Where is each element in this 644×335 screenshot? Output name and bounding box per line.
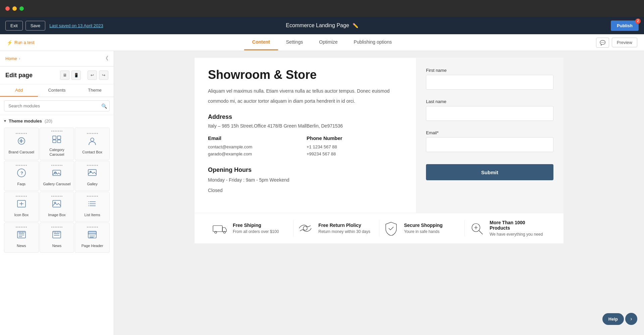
sub-toolbar: ⚡ Run a test Content Settings Optimize P… — [0, 34, 644, 51]
page-description-1: Aliquam vel maximus nulla. Etiam viverra… — [208, 87, 402, 95]
products-icon — [468, 220, 485, 237]
module-news-1[interactable]: NEWS News — [4, 223, 39, 253]
module-brand-carousel[interactable]: B Brand Carousel — [4, 128, 39, 160]
breadcrumb-arrow: › — [19, 57, 20, 60]
help-button[interactable]: Help — [602, 313, 624, 325]
module-label-brand-carousel: Brand Carousel — [9, 150, 34, 154]
module-icon-category-carousel — [50, 132, 63, 145]
svg-rect-3 — [57, 136, 61, 139]
email-value-2: garado@example.com — [208, 151, 304, 156]
svg-rect-4 — [53, 140, 56, 143]
modules-header[interactable]: ▾ Theme modules (20) — [4, 118, 110, 124]
module-label-galley: Galley — [87, 182, 98, 186]
search-icon-button[interactable]: 🔍 — [101, 103, 107, 109]
email-value-1: contact@example.com — [208, 144, 304, 149]
modules-count: (20) — [45, 118, 52, 124]
edit-title-icon[interactable]: ✏️ — [353, 23, 358, 28]
publish-badge: 2 — [635, 18, 641, 24]
sidebar-tab-add[interactable]: Add — [0, 84, 38, 97]
page-title: Ecommerce Landing Page — [286, 22, 349, 29]
module-category-carousel[interactable]: Category Carousel — [40, 128, 74, 160]
run-test-button[interactable]: ⚡ Run a test — [7, 40, 34, 45]
mobile-view-button[interactable]: 📱 — [71, 70, 81, 80]
sidebar-tabs: Add Contents Theme — [0, 84, 114, 97]
preview-button[interactable]: Preview — [612, 38, 637, 47]
feature-products: More Than 1000 Products We have everythi… — [465, 220, 550, 237]
email-field: Email* — [426, 130, 553, 157]
svg-point-38 — [303, 226, 307, 230]
feature-products-text: More Than 1000 Products We have everythi… — [490, 220, 547, 237]
module-gallery-carousel[interactable]: Gallery Carousel — [40, 161, 74, 191]
module-label-contact-box: Contact Box — [82, 150, 102, 154]
form-panel: First name Last name Email* Submit — [416, 58, 564, 213]
sidebar: Home › 《 Edit page 🖥 📱 ↩ ↪ Add Contents … — [0, 51, 114, 335]
exit-button[interactable]: Exit — [5, 21, 23, 31]
module-contact-box[interactable]: Contact Box — [75, 128, 110, 160]
sidebar-tab-contents[interactable]: Contents — [38, 84, 76, 97]
tab-settings[interactable]: Settings — [278, 35, 311, 50]
module-news-2[interactable]: NEWS News — [40, 223, 74, 253]
svg-rect-14 — [53, 200, 61, 207]
svg-point-15 — [54, 202, 56, 203]
search-input[interactable] — [4, 100, 110, 111]
svg-text:NEWS: NEWS — [53, 231, 60, 233]
collapse-sidebar-button[interactable]: 《 — [103, 55, 108, 62]
module-image-box[interactable]: Image Box — [40, 192, 74, 222]
module-icon-galley — [86, 166, 99, 180]
run-test-icon: ⚡ — [7, 40, 12, 45]
first-name-input[interactable] — [426, 75, 553, 90]
feature-shipping: Free Shiping From all orders over $100 — [208, 220, 293, 237]
traffic-light-red[interactable] — [5, 6, 10, 11]
traffic-light-yellow[interactable] — [12, 6, 17, 11]
svg-point-6 — [91, 138, 94, 141]
chat-button[interactable]: 💬 — [596, 38, 609, 48]
svg-text:?: ? — [20, 171, 23, 176]
module-list-items[interactable]: List Items — [75, 192, 110, 222]
publish-button[interactable]: Publish 2 — [611, 20, 639, 31]
module-label-gallery-carousel: Gallery Carousel — [43, 182, 71, 186]
nav-arrow-button[interactable]: › — [625, 313, 637, 325]
module-galley[interactable]: Galley — [75, 161, 110, 191]
module-faqs[interactable]: ? Faqs — [4, 161, 39, 191]
module-icon-news-1: NEWS — [15, 228, 28, 241]
module-icon-box[interactable]: Icon Box — [4, 192, 39, 222]
last-name-input[interactable] — [426, 106, 553, 121]
last-saved-label[interactable]: Last saved on 13 April 2023 — [49, 23, 103, 28]
first-name-label: First name — [426, 68, 553, 73]
modules-collapse-arrow: ▾ — [4, 119, 6, 123]
module-icon-icon-box — [15, 197, 28, 210]
tab-content[interactable]: Content — [244, 35, 278, 50]
feature-returns-desc: Return money within 30 days — [318, 229, 370, 234]
breadcrumb-home[interactable]: Home — [5, 56, 17, 61]
footer-features: Free Shiping From all orders over $100 F… — [195, 213, 564, 243]
hours-value-1: Monday - Friday : 9am - 5pm Weekend — [208, 176, 402, 184]
module-icon-page-header — [86, 228, 99, 241]
feature-returns: Free Return Plolicy Return money within … — [293, 220, 379, 237]
modules-grid: B Brand Carousel Category Carousel — [4, 128, 110, 253]
tab-publishing[interactable]: Publishing options — [346, 35, 400, 50]
svg-rect-2 — [53, 136, 56, 139]
save-button[interactable]: Save — [25, 21, 46, 31]
undo-button[interactable]: ↩ — [88, 70, 97, 80]
module-icon-contact-box — [86, 134, 99, 148]
toolbar-left: Exit Save Last saved on 13 April 2023 — [5, 21, 103, 31]
svg-rect-35 — [213, 226, 222, 232]
module-label-category-carousel: Category Carousel — [42, 147, 72, 157]
submit-button[interactable]: Submit — [426, 164, 553, 180]
redo-button[interactable]: ↪ — [99, 70, 108, 80]
module-icon-faqs: ? — [15, 166, 28, 180]
desktop-view-button[interactable]: 🖥 — [60, 70, 69, 80]
last-name-label: Last name — [426, 99, 553, 104]
traffic-light-green[interactable] — [19, 6, 24, 11]
module-label-faqs: Faqs — [17, 182, 25, 186]
svg-text:B: B — [20, 139, 22, 143]
svg-rect-9 — [53, 170, 61, 176]
feature-secure: Secure Shopping Youre in safe hands — [379, 220, 465, 237]
tab-optimize[interactable]: Optimize — [311, 35, 345, 50]
sidebar-tab-theme[interactable]: Theme — [76, 84, 114, 97]
title-bar — [0, 0, 644, 17]
email-input[interactable] — [426, 137, 553, 152]
main-toolbar: Exit Save Last saved on 13 April 2023 Ec… — [0, 17, 644, 34]
address-value: Italy – 985 15h Street.Office 4178/B Gre… — [208, 123, 402, 129]
module-page-header[interactable]: Page Header — [75, 223, 110, 253]
